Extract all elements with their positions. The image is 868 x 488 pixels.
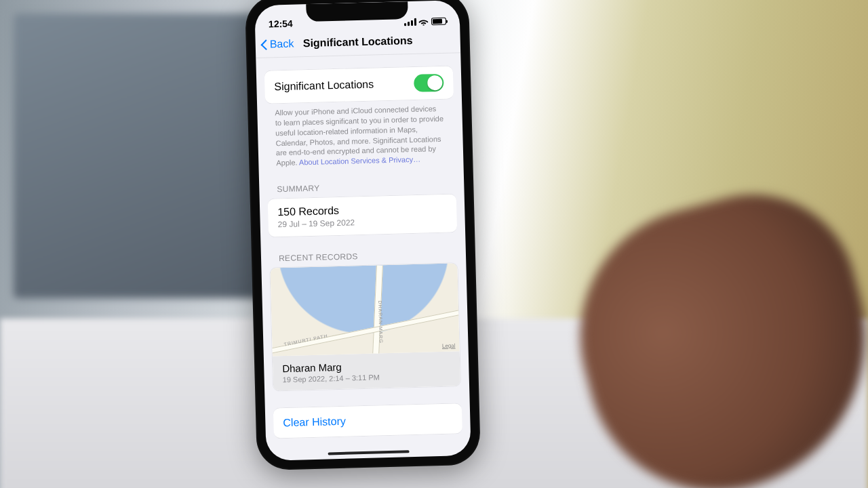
privacy-link[interactable]: About Location Services & Privacy…: [299, 155, 420, 167]
back-button[interactable]: Back: [256, 37, 294, 50]
content-scroll[interactable]: Significant Locations Allow your iPhone …: [256, 53, 471, 451]
map-road-label: DHARAN MARG: [378, 300, 384, 344]
summary-header: SUMMARY: [259, 163, 465, 199]
summary-cell[interactable]: 150 Records 29 Jul – 19 Sep 2022: [268, 193, 457, 237]
significant-locations-toggle[interactable]: [414, 74, 444, 92]
recent-record-card[interactable]: DHARAN MARG TRIMURTI PATH Legal Dharan M…: [269, 262, 461, 391]
background-monitor: [14, 14, 271, 298]
home-indicator[interactable]: [328, 450, 410, 455]
phone-frame: 12:54 Back Significant Locations Signifi…: [245, 0, 481, 470]
battery-icon: [431, 18, 446, 26]
navigation-bar: Back Significant Locations: [255, 26, 460, 58]
back-label: Back: [270, 37, 294, 50]
toggle-label: Significant Locations: [274, 79, 374, 94]
map-legal-link[interactable]: Legal: [442, 343, 456, 350]
significant-locations-row: Significant Locations: [264, 65, 454, 104]
status-time: 12:54: [269, 18, 293, 30]
map-thumbnail: DHARAN MARG TRIMURTI PATH Legal: [270, 263, 459, 356]
recent-records-header: RECENT RECORDS: [260, 232, 466, 268]
chevron-left-icon: [261, 38, 269, 50]
clear-history-button[interactable]: Clear History: [273, 403, 462, 439]
cellular-icon: [404, 18, 416, 26]
notch: [306, 1, 408, 22]
toggle-description: Allow your iPhone and iCloud connected d…: [257, 99, 463, 169]
wifi-icon: [418, 18, 429, 25]
record-row[interactable]: Dharan Marg 19 Sep 2022, 2:14 – 3:11 PM: [273, 351, 460, 390]
phone-screen: 12:54 Back Significant Locations Signifi…: [254, 0, 471, 461]
